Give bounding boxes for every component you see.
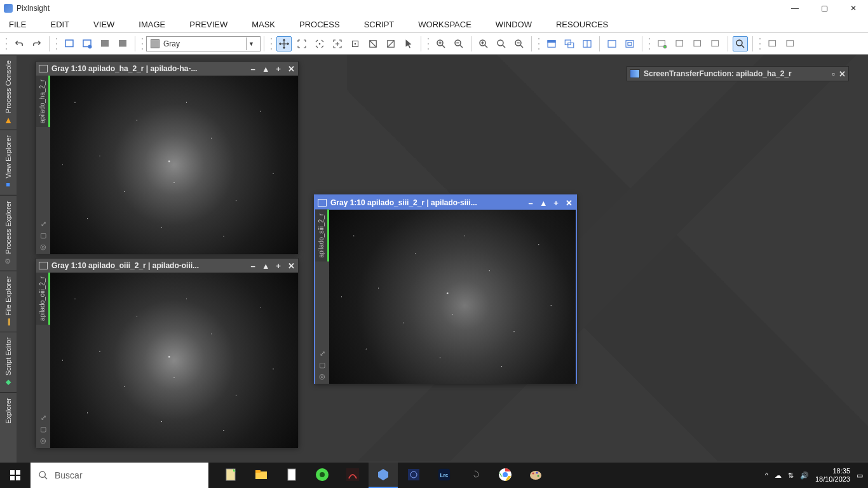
expand-button[interactable] — [330, 36, 345, 51]
taskbar-app-green[interactable] — [308, 463, 337, 488]
colormode-select[interactable]: Gray ▼ — [146, 36, 261, 51]
taskbar-app-chrome[interactable] — [491, 463, 520, 488]
sidebar-explorer[interactable]: Explorer — [0, 392, 17, 429]
redo-button[interactable] — [29, 36, 44, 51]
zoom-out-button[interactable] — [451, 36, 466, 51]
minimize-icon[interactable]: – — [526, 198, 535, 208]
target-icon[interactable]: ◎ — [318, 372, 327, 381]
image-window-oiii[interactable]: Gray 1:10 apilado_oiii_2_r | apilado-oii… — [36, 258, 299, 447]
image-window-siii[interactable]: Gray 1:10 apilado_siii_2_r | apilado-sii… — [314, 194, 577, 384]
menu-mask[interactable]: MASK — [252, 20, 275, 29]
taskbar-app-notepad[interactable] — [216, 463, 245, 488]
shade-icon[interactable]: ▴ — [261, 64, 270, 74]
fit-icon[interactable]: ⤢ — [39, 220, 48, 229]
menu-resources[interactable]: RESOURCES — [556, 20, 608, 29]
taskbar-app-pixinsight[interactable] — [369, 463, 398, 488]
image-window-oiii-titlebar[interactable]: Gray 1:10 apilado_oiii_2_r | apilado-oii… — [36, 259, 298, 273]
rect-icon[interactable]: ▢ — [39, 425, 48, 434]
zoom-in-button[interactable] — [433, 36, 449, 51]
tray-cloud-icon[interactable]: ☁ — [775, 471, 782, 480]
taskbar-app-file[interactable] — [277, 463, 306, 488]
mask2-button[interactable] — [783, 36, 798, 51]
close-icon[interactable]: ✕ — [287, 64, 295, 74]
fit-button[interactable] — [294, 36, 309, 51]
maximize-icon[interactable]: + — [274, 64, 283, 74]
pointer-button[interactable] — [401, 36, 416, 51]
menu-process[interactable]: PROCESS — [299, 20, 340, 29]
zoom-fit-button[interactable] — [494, 36, 509, 51]
window2-button[interactable] — [562, 36, 577, 51]
minimize-button[interactable]: — — [780, 0, 810, 17]
save-button[interactable] — [97, 36, 112, 51]
minimize-icon[interactable]: – — [248, 64, 257, 74]
tray-date[interactable]: 18/10/2023 — [815, 475, 850, 484]
move-tool-button[interactable] — [276, 36, 292, 51]
image-window-siii-titlebar[interactable]: Gray 1:10 apilado_siii_2_r | apilado-sii… — [315, 196, 576, 210]
zoom-out2-button[interactable] — [512, 36, 527, 51]
preview4-button[interactable] — [708, 36, 723, 51]
start-button[interactable] — [0, 463, 31, 488]
taskbar-search[interactable]: Buscar — [31, 463, 208, 488]
minimize-icon[interactable]: – — [248, 261, 257, 271]
image-canvas-siii[interactable] — [329, 210, 576, 384]
taskbar-app-blue[interactable] — [399, 463, 428, 488]
tray-chevron-icon[interactable]: ^ — [765, 471, 768, 479]
image-canvas-oiii[interactable] — [50, 273, 298, 448]
maximize-icon[interactable]: + — [552, 198, 560, 208]
taskbar-app-explorer[interactable] — [247, 463, 276, 488]
taskbar-app-paint[interactable] — [521, 463, 550, 488]
menu-preview[interactable]: PREVIEW — [189, 20, 227, 29]
taskbar-app-lrc[interactable]: Lrc — [430, 463, 459, 488]
maximize-icon[interactable]: + — [274, 261, 283, 271]
shade-icon[interactable]: ▴ — [261, 261, 270, 271]
fit-icon[interactable]: ⤢ — [318, 349, 327, 358]
center-button[interactable] — [312, 36, 327, 51]
clip2-button[interactable] — [383, 36, 398, 51]
actual-button[interactable] — [348, 36, 363, 51]
taskbar-app-swirl[interactable] — [460, 463, 489, 488]
menu-file[interactable]: FILE — [9, 20, 26, 29]
close-icon[interactable]: ✕ — [564, 198, 573, 208]
zoom-in2-button[interactable] — [476, 36, 491, 51]
open-button[interactable] — [79, 36, 95, 51]
sidebar-process-console[interactable]: ▶Process Console — [0, 55, 17, 130]
rect-icon[interactable]: ▢ — [318, 361, 327, 370]
sidebar-script-editor[interactable]: ◆Script Editor — [0, 332, 17, 392]
readout-button[interactable] — [733, 36, 748, 51]
tray-notifications-icon[interactable]: ▭ — [857, 471, 863, 480]
window3-button[interactable] — [580, 36, 595, 51]
mask-button[interactable] — [765, 36, 780, 51]
maximize-button[interactable]: ▢ — [810, 0, 839, 17]
menu-script[interactable]: SCRIPT — [364, 20, 395, 29]
rect-icon[interactable]: ▢ — [39, 231, 48, 240]
stf-bar[interactable]: ScreenTransferFunction: apilado_ha_2_r ▫… — [627, 66, 849, 81]
close-icon[interactable]: ✕ — [287, 261, 295, 271]
preview2-button[interactable] — [672, 36, 688, 51]
image-canvas-ha[interactable] — [50, 76, 298, 254]
close-button[interactable]: ✕ — [839, 0, 868, 17]
saveas-button[interactable] — [115, 36, 130, 51]
stf-restore-icon[interactable]: ▫ — [832, 69, 835, 79]
tray-wifi-icon[interactable]: ⇅ — [788, 471, 794, 480]
target-icon[interactable]: ◎ — [39, 243, 48, 252]
preview-new-button[interactable] — [654, 36, 670, 51]
window1-button[interactable] — [544, 36, 559, 51]
preview3-button[interactable] — [690, 36, 705, 51]
menu-edit[interactable]: EDIT — [50, 20, 69, 29]
undo-button[interactable] — [11, 36, 27, 51]
menu-window[interactable]: WINDOW — [496, 20, 532, 29]
sidebar-file-explorer[interactable]: ▬File Explorer — [0, 271, 17, 332]
image-window-ha-titlebar[interactable]: Gray 1:10 apilado_ha_2_r | apilado-ha-..… — [36, 62, 298, 76]
tray-time[interactable]: 18:35 — [815, 467, 850, 475]
clip-button[interactable] — [365, 36, 381, 51]
sidebar-process-explorer[interactable]: ⚙Process Explorer — [0, 195, 17, 271]
menu-view[interactable]: VIEW — [93, 20, 114, 29]
image-tab-label[interactable]: apilado_oiii_2_r — [36, 273, 50, 325]
window4-button[interactable] — [604, 36, 620, 51]
menu-workspace[interactable]: WORKSPACE — [418, 20, 471, 29]
taskbar-app-red[interactable] — [338, 463, 367, 488]
target-icon[interactable]: ◎ — [39, 437, 48, 445]
tray-volume-icon[interactable]: 🔊 — [800, 471, 809, 480]
new-button[interactable] — [62, 36, 77, 51]
menu-image[interactable]: IMAGE — [139, 20, 165, 29]
